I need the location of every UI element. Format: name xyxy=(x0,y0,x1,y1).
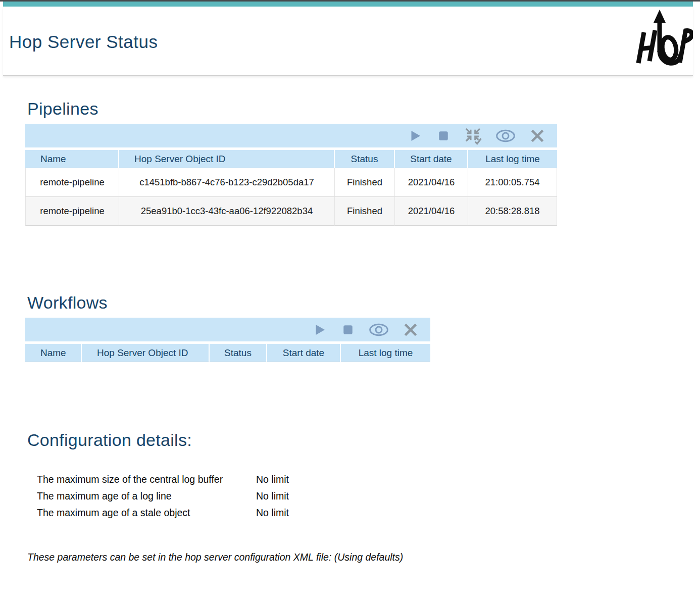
pipeline-start-date: 2021/04/16 xyxy=(395,168,468,197)
page-title: Hop Server Status xyxy=(9,32,158,52)
config-label: The maximum size of the central log buff… xyxy=(37,471,256,488)
column-status[interactable]: Status xyxy=(335,150,395,168)
view-workflow-icon[interactable] xyxy=(369,322,389,338)
column-name[interactable]: Name xyxy=(25,344,82,362)
configuration-heading: Configuration details: xyxy=(27,430,700,450)
column-name[interactable]: Name xyxy=(25,150,119,168)
start-pipeline-icon[interactable] xyxy=(408,128,423,143)
hop-logo-icon xyxy=(631,9,693,68)
config-item: The maximum age of a stale object No lim… xyxy=(37,505,700,521)
workflows-section: Workflows xyxy=(25,293,700,362)
view-pipeline-icon[interactable] xyxy=(495,128,516,144)
pipelines-toolbar xyxy=(25,124,557,147)
pipeline-status: Finished xyxy=(335,197,395,226)
config-item: The maximum size of the central log buff… xyxy=(37,471,700,488)
column-start-date[interactable]: Start date xyxy=(267,344,341,362)
pipelines-table: Name Hop Server Object ID Status Start d… xyxy=(25,150,557,226)
pipeline-name[interactable]: remote-pipeline xyxy=(25,168,119,197)
config-value: No limit xyxy=(256,488,700,505)
pipelines-section: Pipelines xyxy=(25,99,700,226)
pipelines-header-row: Name Hop Server Object ID Status Start d… xyxy=(25,150,557,168)
remove-workflow-icon[interactable] xyxy=(402,321,419,338)
config-label: The maximum age of a stale object xyxy=(37,505,256,521)
stop-workflow-icon[interactable] xyxy=(340,322,356,337)
stop-pipeline-icon[interactable] xyxy=(436,128,451,143)
pipeline-row[interactable]: remote-pipeline c1451bfb-b867-4c76-b123-… xyxy=(25,168,557,197)
pipeline-last-log-time: 21:00:05.754 xyxy=(468,168,557,197)
config-label: The maximum age of a log line xyxy=(37,488,256,505)
workflows-toolbar xyxy=(25,318,430,341)
configuration-list: The maximum size of the central log buff… xyxy=(37,471,700,521)
column-object-id[interactable]: Hop Server Object ID xyxy=(119,150,335,168)
column-status[interactable]: Status xyxy=(210,344,267,362)
pipeline-start-date: 2021/04/16 xyxy=(395,197,468,226)
pipeline-name[interactable]: remote-pipeline xyxy=(25,197,119,226)
cleanup-pipeline-icon[interactable] xyxy=(464,127,482,145)
column-last-log-time[interactable]: Last log time xyxy=(341,344,430,362)
column-start-date[interactable]: Start date xyxy=(395,150,468,168)
column-object-id[interactable]: Hop Server Object ID xyxy=(82,344,210,362)
pipeline-last-log-time: 20:58:28.818 xyxy=(468,197,557,226)
config-value: No limit xyxy=(256,505,700,521)
pipeline-status: Finished xyxy=(335,168,395,197)
page-header: Hop Server Status xyxy=(3,7,693,76)
pipelines-heading: Pipelines xyxy=(27,99,700,119)
pipeline-row[interactable]: remote-pipeline 25ea91b0-1cc3-43fc-aa06-… xyxy=(25,197,557,226)
configuration-footnote: These parameters can be set in the hop s… xyxy=(27,552,700,563)
start-workflow-icon[interactable] xyxy=(312,322,327,337)
config-item: The maximum age of a log line No limit xyxy=(37,488,700,505)
remove-pipeline-icon[interactable] xyxy=(529,127,546,144)
pipeline-object-id[interactable]: c1451bfb-b867-4c76-b123-c29d2b05da17 xyxy=(119,168,335,197)
workflows-header-row: Name Hop Server Object ID Status Start d… xyxy=(25,344,430,362)
configuration-section: Configuration details: The maximum size … xyxy=(25,430,700,563)
config-value: No limit xyxy=(256,471,700,488)
top-teal-bar xyxy=(3,2,693,7)
workflows-heading: Workflows xyxy=(27,293,700,313)
pipeline-object-id[interactable]: 25ea91b0-1cc3-43fc-aa06-12f922082b34 xyxy=(119,197,335,226)
column-last-log-time[interactable]: Last log time xyxy=(468,150,557,168)
workflows-table: Name Hop Server Object ID Status Start d… xyxy=(25,344,430,362)
